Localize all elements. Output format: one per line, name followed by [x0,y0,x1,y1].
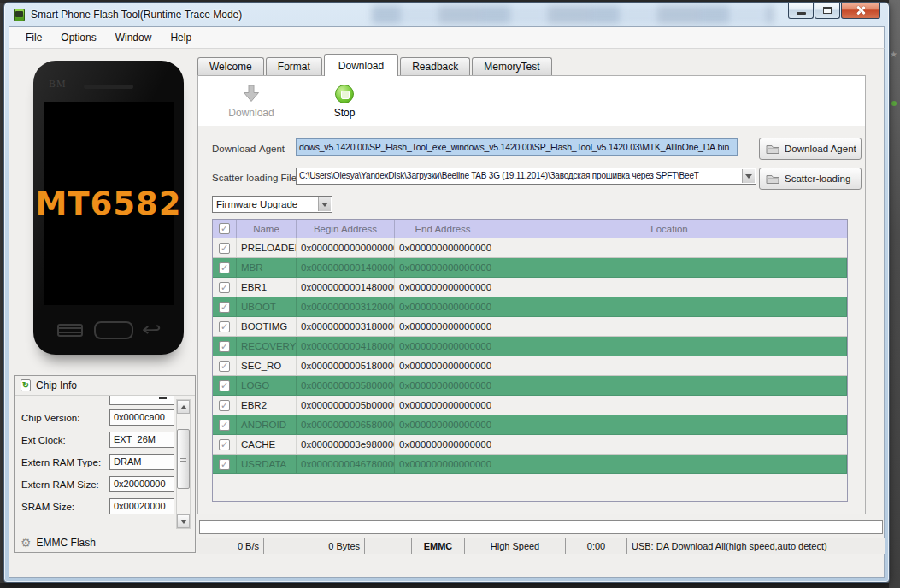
column-header-begin[interactable]: Begin Address [297,220,395,238]
row-checkbox[interactable] [219,380,230,391]
table-row[interactable]: ANDROID 0x0000000006580000 0x00000000000… [213,415,847,435]
row-checkbox[interactable] [219,400,230,411]
table-row[interactable]: BOOTIMG 0x0000000003180000 0x00000000000… [213,317,847,337]
column-header-name[interactable]: Name [237,220,297,238]
column-header-location[interactable]: Location [491,220,847,238]
menu-options[interactable]: Options [51,29,105,46]
phone-preview: BM MT6582 ↩ [11,50,196,373]
chip-info-icon: ↻ [21,379,31,391]
status-speed: 0 B/s [197,538,264,554]
menu-file[interactable]: File [16,29,51,46]
table-row[interactable]: MBR 0x0000000001400000 0x000000000000000… [213,258,847,278]
chip-info-fields: Chip Version: 0x0000ca00 Ext Clock: EXT_… [15,407,182,518]
row-begin: 0x0000000003180000 [297,317,395,336]
scrollbar-thumb[interactable] [177,429,190,489]
row-checkbox[interactable] [219,321,230,332]
background-icon [891,101,897,106]
close-button[interactable] [841,3,880,19]
status-usb-speed: High Speed [465,538,566,554]
tab-download[interactable]: Download [324,54,398,76]
chip-info-row: Chip Version: 0x0000ca00 [15,407,182,429]
tab-memorytest[interactable]: MemoryTest [472,57,551,75]
stop-action-button[interactable]: Stop [318,81,371,119]
minimize-button[interactable] [788,3,814,19]
scatter-file-field[interactable]: C:\Users\Olesya\YandexDisk\Загрузки\Beel… [296,168,756,185]
row-end: 0x0000000000000000 [395,258,491,277]
download-action-label: Download [215,107,287,119]
stop-action-label: Stop [318,107,371,119]
row-begin: 0x0000000005180000 [297,356,395,375]
chip-info-row: Ext Clock: EXT_26M [15,429,182,451]
row-end: 0x0000000000000000 [395,396,491,415]
row-begin: 0x000000003e980000 [297,435,395,454]
row-location [491,415,847,434]
phone-screen: MT6582 [44,102,174,305]
window-controls [787,3,880,19]
row-checkbox[interactable] [219,262,230,273]
chip-info-header[interactable]: ↻ Chip Info [15,376,195,396]
maximize-button[interactable] [815,3,840,19]
emmc-flash-header[interactable]: ⚙ EMMC Flash [15,532,195,552]
row-end: 0x0000000000000000 [395,376,491,395]
phone-image: BM MT6582 ↩ [33,61,184,355]
menu-help[interactable]: Help [161,29,201,46]
row-begin: 0x0000000004180000 [297,337,395,356]
scatter-browse-button[interactable]: Scatter-loading [759,168,862,190]
chip-info-field-value[interactable]: EXT_26M [109,432,174,448]
phone-home-icon [94,321,133,339]
scroll-up-arrow[interactable] [177,400,190,414]
combo-dropdown-button[interactable] [318,197,331,211]
table-row[interactable]: EBR2 0x0000000005b00000 0x00000000000000… [213,396,847,415]
row-checkbox[interactable] [219,243,230,254]
menu-window[interactable]: Window [106,29,162,46]
download-arrow-icon [240,83,262,105]
emmc-flash-label: EMMC Flash [37,537,96,549]
phone-brand-label: BM [49,78,67,91]
row-location [491,376,847,395]
tab-readback[interactable]: Readback [400,57,470,75]
scroll-down-arrow[interactable] [177,514,190,528]
row-name: MBR [237,258,297,277]
row-location [491,356,847,375]
row-end: 0x0000000000000000 [395,337,491,356]
row-checkbox[interactable] [219,459,230,470]
row-checkbox[interactable] [219,439,230,450]
tab-format[interactable]: Format [266,57,322,75]
firmware-mode-combobox[interactable]: Firmware Upgrade [212,196,332,213]
table-row[interactable]: PRELOADER 0x0000000000000000 0x000000000… [213,238,847,258]
chip-info-scrollbar[interactable] [176,399,191,529]
row-end: 0x0000000000000000 [395,435,491,454]
table-row[interactable]: RECOVERY 0x0000000004180000 0x0000000000… [213,337,847,356]
desktop-background [0,583,900,588]
row-begin: 0x0000000006580000 [297,415,395,434]
table-row[interactable]: USRDATA 0x0000000046780000 0x00000000000… [213,455,847,474]
chip-info-field-value[interactable]: DRAM [109,454,174,470]
action-toolbar: Download Stop [198,76,865,126]
download-agent-browse-button[interactable]: Download Agent [759,138,862,160]
row-checkbox[interactable] [219,361,230,372]
scatter-dropdown-button[interactable] [742,169,755,183]
row-checkbox[interactable] [219,302,230,313]
table-row[interactable]: LOGO 0x0000000005800000 0x00000000000000… [213,376,847,396]
row-location [491,317,847,336]
row-checkbox[interactable] [219,341,230,352]
column-header-end[interactable]: End Address [395,220,491,238]
app-icon [14,9,25,21]
select-all-checkbox[interactable] [219,223,230,234]
download-agent-field[interactable]: dows_v5.1420.00\SP_Flash_Tool_exe_window… [296,138,738,156]
table-row[interactable]: EBR1 0x0000000001480000 0x00000000000000… [213,278,847,297]
row-begin: 0x0000000005800000 [297,376,395,395]
row-checkbox[interactable] [219,282,230,293]
row-checkbox[interactable] [219,420,230,431]
tab-welcome[interactable]: Welcome [197,57,264,75]
chip-info-field-value[interactable]: 0x20000000 [109,476,174,492]
chip-info-row: SRAM Size: 0x00020000 [15,496,182,518]
download-action-button[interactable]: Download [215,81,287,119]
table-row[interactable]: SEC_RO 0x0000000005180000 0x000000000000… [213,356,847,376]
table-row[interactable]: UBOOT 0x0000000003120000 0x0000000000000… [213,297,847,317]
chip-info-field-value[interactable]: 0x00020000 [109,498,174,514]
table-row[interactable]: CACHE 0x000000003e980000 0x0000000000000… [213,435,847,455]
row-name: CACHE [237,435,297,454]
chip-info-field-value[interactable]: 0x0000ca00 [109,409,174,426]
title-bar[interactable]: Smart Phone Flash Tool(Runtime Trace Mod… [4,3,889,26]
